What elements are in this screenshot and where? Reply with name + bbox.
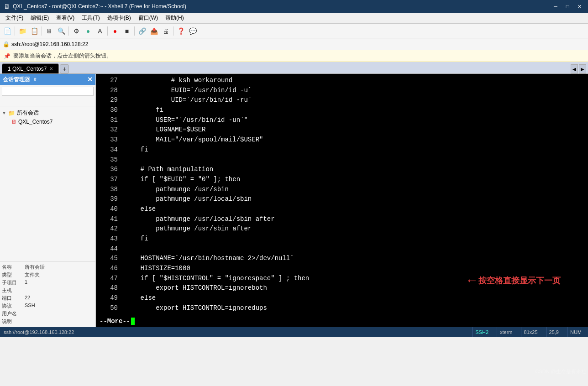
tab-label: 1 QXL_Centos7 — [8, 66, 47, 72]
conn-btn[interactable]: 🔗 — [136, 26, 147, 37]
terminal-line: 49 else — [100, 293, 584, 303]
terminal-wrapper: 27 # ksh workaround28 EUID=`/usr/bin/id … — [96, 74, 588, 327]
menu-window[interactable]: 窗口(W) — [135, 13, 162, 23]
tab-next-button[interactable]: ▶ — [579, 64, 586, 73]
minimize-button[interactable]: ─ — [551, 2, 561, 10]
line-content: pathmunge /usr/local/sbin — [125, 194, 252, 204]
window-controls: ─ □ ✕ — [551, 2, 584, 10]
terminal-line: 30 fi — [100, 105, 584, 115]
menu-view[interactable]: 查看(V) — [52, 13, 78, 23]
transfer-btn[interactable]: 📤 — [148, 26, 159, 37]
session-search: 🔍 — [0, 85, 95, 106]
line-number: 41 — [100, 214, 118, 224]
toolbar-sep-5 — [134, 26, 135, 36]
info-value-port: 22 — [25, 295, 94, 302]
tab-prev-button[interactable]: ◀ — [571, 64, 578, 73]
info-value-protocol: SSH — [25, 303, 94, 309]
line-number: 49 — [100, 293, 118, 303]
more-text: --More-- — [100, 318, 130, 325]
toolbar-sep-2 — [42, 26, 42, 36]
info-row-type: 类型 文件夹 — [2, 271, 94, 279]
toolbar-sep-4 — [107, 26, 108, 36]
terminal-line: 42 pathmunge /usr/sbin after — [100, 224, 584, 234]
terminal-line: 33 MAIL="/var/spool/mail/$USER" — [100, 135, 584, 145]
toolbar-sep-1 — [15, 26, 15, 36]
infobar: 📌 要添加当前会话，点击左侧的箭头按钮。 — [0, 50, 588, 62]
line-number: 33 — [100, 135, 118, 145]
terminal-line: 41 pathmunge /usr/local/sbin after — [100, 214, 584, 224]
maximize-button[interactable]: □ — [562, 2, 572, 10]
info-value-host — [25, 287, 94, 294]
line-content: # ksh workaround — [125, 76, 232, 86]
menu-tabs[interactable]: 选项卡(B) — [104, 13, 135, 23]
terminal-line: 44 — [100, 244, 584, 254]
line-content: # Path manipulation — [125, 165, 213, 175]
session-panel-title: 会话管理器 — [3, 76, 30, 83]
line-number: 46 — [100, 264, 118, 274]
terminal-line: 39 pathmunge /usr/local/sbin — [100, 194, 584, 204]
line-number: 35 — [100, 155, 118, 165]
terminal-line: 38 pathmunge /usr/sbin — [100, 185, 584, 195]
info-label-port: 端口 — [2, 295, 25, 302]
menu-tools[interactable]: 工具(T) — [78, 13, 103, 23]
session-search-input[interactable] — [2, 87, 94, 96]
rec-btn[interactable]: ● — [110, 26, 121, 37]
line-content: fi — [125, 105, 163, 115]
line-number: 36 — [100, 165, 118, 175]
line-content: EUID=`/usr/bin/id -u` — [125, 86, 252, 96]
tabbar: 1 QXL_Centos7 ✕ + ◀ ▶ — [0, 62, 588, 74]
line-number: 47 — [100, 274, 118, 284]
info-label-type: 类型 — [2, 271, 25, 278]
session-panel-close[interactable]: ✕ — [87, 76, 93, 83]
menu-help[interactable]: 帮助(H) — [162, 13, 188, 23]
info-value-user — [25, 310, 94, 317]
menu-file[interactable]: 文件(F) — [2, 13, 27, 23]
settings-btn[interactable]: ⚙ — [71, 26, 82, 37]
terminal-line: 35 — [100, 155, 584, 165]
tab-qxl-centos7[interactable]: 1 QXL_Centos7 ✕ — [2, 63, 59, 73]
session-item-label: QXL_Centos7 — [18, 119, 52, 125]
session-root-label: 所有会话 — [17, 109, 39, 117]
add-tab-button[interactable]: + — [60, 64, 69, 73]
search-button[interactable]: 🔍 — [56, 26, 67, 37]
open-button[interactable]: 📁 — [17, 26, 28, 37]
line-content: if [ "$EUID" = "0" ]; then — [125, 175, 240, 185]
addressbar: 🔒 ssh://root@192.168.160.128:22 — [0, 38, 588, 50]
line-number: 27 — [100, 76, 118, 86]
line-content: else — [125, 293, 156, 303]
font-btn[interactable]: A — [94, 26, 105, 37]
session-pin-button[interactable]: # — [34, 77, 37, 82]
stop-btn[interactable]: ■ — [121, 26, 132, 37]
color-btn[interactable]: ● — [83, 26, 94, 37]
line-content: export HISTCONTROL=ignoreboth — [125, 283, 267, 293]
info-label-desc: 说明 — [2, 318, 25, 325]
line-number: 29 — [100, 95, 118, 105]
session-item-qxl[interactable]: 🖥 QXL_Centos7 — [2, 118, 94, 126]
info-label-host: 主机 — [2, 287, 25, 294]
terminal-line: 27 # ksh workaround — [100, 76, 584, 86]
info-row-port: 端口 22 — [2, 294, 94, 302]
help-btn[interactable]: ❓ — [175, 26, 186, 37]
copy-button[interactable]: 📋 — [29, 26, 40, 37]
close-button[interactable]: ✕ — [574, 2, 584, 10]
comment-btn[interactable]: 💬 — [187, 26, 198, 37]
session-button[interactable]: 🖥 — [44, 26, 55, 37]
terminal-line: 46 HISTSIZE=1000 — [100, 264, 584, 274]
line-content: pathmunge /usr/local/sbin after — [125, 214, 275, 224]
new-button[interactable]: 📄 — [2, 26, 13, 37]
line-content: fi — [125, 145, 148, 155]
line-number: 43 — [100, 234, 118, 244]
info-label-user: 用户名 — [2, 310, 25, 317]
session-tree-root[interactable]: ▼ 📁 所有会话 — [2, 108, 94, 118]
menu-edit[interactable]: 编辑(E) — [27, 13, 52, 23]
line-number: 38 — [100, 185, 118, 195]
line-number: 37 — [100, 175, 118, 185]
tab-close-icon[interactable]: ✕ — [49, 66, 53, 71]
print-btn[interactable]: 🖨 — [160, 26, 171, 37]
info-row-desc: 说明 — [2, 318, 94, 325]
status-extra: NUM — [567, 327, 584, 337]
session-tree: ▼ 📁 所有会话 🖥 QXL_Centos7 — [0, 106, 95, 261]
info-label-name: 名称 — [2, 264, 25, 271]
terminal[interactable]: 27 # ksh workaround28 EUID=`/usr/bin/id … — [96, 74, 588, 315]
terminal-line: 50 export HISTCONTROL=ignoredups — [100, 303, 584, 313]
